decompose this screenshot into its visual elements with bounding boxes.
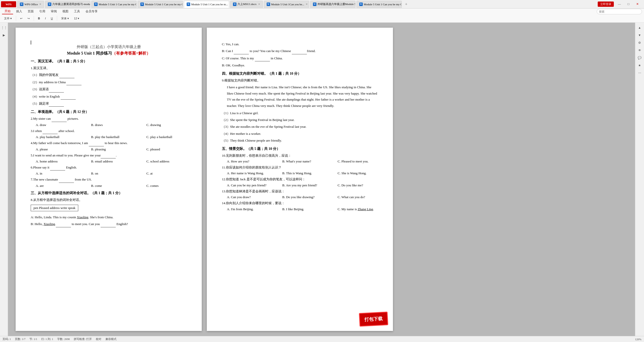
ribbon-btn-undo[interactable]: ↩ xyxy=(18,16,24,21)
blank-2 xyxy=(52,116,67,122)
close-button[interactable]: ✕ xyxy=(634,1,641,8)
q9-item-3: （3）She ate noodles on the eve of the Spr… xyxy=(222,124,378,130)
minimize-button[interactable]: — xyxy=(616,1,623,8)
status-bar: 页码: 1 页数: 1/7 节: 1/1 行: 1 列: 1 字数: 2698 … xyxy=(0,336,644,342)
ribbon-content: 文件 ▾ ↩ ↪ B I U 宋体 ▾ 12 ▾ xyxy=(0,15,644,22)
page-title: 外研版（三起点）小学英语六年级上册 xyxy=(31,45,187,49)
ribbon-tab-member[interactable]: 会员专享 xyxy=(83,9,100,14)
q3-opt-b: B. play the basketball xyxy=(91,135,141,139)
q4-options: A. please B. pleasing C. pleased xyxy=(36,147,187,151)
q12-options: A. Can you be my pen friend? B. Are you … xyxy=(227,183,378,187)
right-tool-7[interactable]: ⋯ xyxy=(637,70,643,76)
new-tab-button[interactable]: + xyxy=(403,1,410,8)
q9-item-4: （4）Her mother is a worker. xyxy=(222,131,378,137)
q13-label: 13.你想知道林涛是不是会画画时，应该说： xyxy=(222,188,378,194)
side-tool-1[interactable]: ⋮⋮ xyxy=(1,25,7,31)
right-tool-2[interactable]: ▼ xyxy=(637,32,643,38)
tab-icon-1: W xyxy=(20,3,23,6)
tab-icon-8: W xyxy=(313,3,316,6)
q4-opt-b: B. pleasing xyxy=(91,147,141,151)
ribbon-tab-insert[interactable]: 插入 xyxy=(14,9,25,14)
tab-3[interactable]: W Module 5 Unit 1 Can you be my C... ✕ xyxy=(91,1,137,8)
blank-3 xyxy=(43,128,58,134)
tab-icon-2: W xyxy=(48,3,51,6)
ribbon-btn-bold[interactable]: B xyxy=(36,16,42,21)
right-panel: ▲ ▼ ⚙ 👁 💬 ★ ⋯ xyxy=(635,23,644,336)
tab-2[interactable]: W 六年级上册英语同步练习-module 5 ✕ xyxy=(45,1,90,8)
ribbon-btn-font[interactable]: 宋体 ▾ xyxy=(59,16,71,21)
tab-close-7[interactable]: ✕ xyxy=(306,3,308,6)
ribbon-tab-page[interactable]: 页面 xyxy=(25,9,36,14)
dialogue-b2: B: Can I to you? You can be my Chinese f… xyxy=(222,48,378,54)
right-tool-6[interactable]: ★ xyxy=(637,62,643,68)
q1-item-3: （3）说英语 xyxy=(31,86,187,92)
blank-1-1 xyxy=(59,72,74,78)
ribbon-btn-underline[interactable]: U xyxy=(49,16,55,21)
tab-7[interactable]: W Module 5 Unit 1Can you be... ✕ xyxy=(264,1,309,8)
q7-opt-c: C. comes xyxy=(146,184,197,188)
ribbon-tab-ref[interactable]: 引用 xyxy=(37,9,48,14)
ribbon-tab-start[interactable]: 开始 xyxy=(2,9,13,14)
page-1: 外研版（三起点）小学英语六年级上册 Module 5 Unit 1 同步练习（有… xyxy=(16,28,202,331)
ribbon-btn-italic[interactable]: I xyxy=(43,16,48,21)
ribbon-separator-1 xyxy=(16,16,16,21)
tab-4[interactable]: W Module 5 Unit 1 Can you be my C... ✕ xyxy=(138,1,183,8)
tab-close-1[interactable]: ✕ xyxy=(39,3,41,6)
tab-6[interactable]: W 六上MSU1.docx ✕ xyxy=(230,1,263,8)
tab-wps-office[interactable]: W WPS Office ✕ xyxy=(17,1,44,8)
tab-9[interactable]: W Module 5 Unit 1 Can you be my C... ✕ xyxy=(356,1,402,8)
section5-title: 五、情景交际。（共 5 题；共 10 分） xyxy=(222,147,378,151)
blank-7 xyxy=(59,177,74,183)
right-tool-1[interactable]: ▲ xyxy=(637,25,643,31)
q10-label: 10.见到新朋友时，你想表示自己很高兴，应说： xyxy=(222,153,378,158)
status-page: 页码: 1 xyxy=(3,337,11,341)
ribbon-btn-file[interactable]: 文件 ▾ xyxy=(2,16,14,21)
q1-item-5: （5）踢足球 xyxy=(31,101,187,107)
subtitle-red: （有参考答案+解析） xyxy=(112,51,150,55)
q13-options: A. Can you draw? B. Do you like drawing?… xyxy=(227,195,378,199)
q14-opt-c: C. My name is Zhang Ling. xyxy=(338,207,388,211)
dialogue-c2: C: Of course. This is my in China. xyxy=(222,55,378,61)
tab-8[interactable]: W 外研版高选六年级上册Module 5 分... ✕ xyxy=(310,1,355,8)
status-word-count: 字数: 2698 xyxy=(57,337,70,341)
q7-label: 7.The new classmate from the US. xyxy=(31,177,187,183)
page-2: C: Yes, I can. B: Can I to you? You can … xyxy=(207,28,393,331)
tab-close-6[interactable]: ✕ xyxy=(258,3,260,6)
q3-label: 3.I often after school. xyxy=(31,128,187,134)
q6-opt-b: B. on xyxy=(91,172,141,176)
q14-opt-a: A. I'm from Beijing. xyxy=(227,207,277,211)
q14-opt-b: B. I like Beijing. xyxy=(282,207,333,211)
ribbon-tab-tools[interactable]: 工具 xyxy=(71,9,83,14)
subtitle-black: Module 5 Unit 1 同步练习 xyxy=(67,51,112,55)
side-tool-2[interactable]: ▶ xyxy=(1,32,7,38)
status-position: 行: 1 列: 1 xyxy=(41,337,53,341)
tab-5-active[interactable]: W Module 5 Unit 1 Can you be m... ✕ xyxy=(184,1,229,8)
passage: I have a good friend. Her name is Lisa. … xyxy=(227,84,378,109)
tab-icon-3: W xyxy=(94,3,98,6)
ribbon-tab-view[interactable]: 视图 xyxy=(60,9,71,14)
q12-label: 12.你想知道 Jack 是不是可以成为你的笔友，可以这样问： xyxy=(222,176,378,182)
tab-icon-7: W xyxy=(267,3,270,6)
q10-options: A. How are you? B. What's your name? C. … xyxy=(227,159,378,163)
login-button[interactable]: 立即登录 xyxy=(598,2,614,7)
doc-area: 外研版（三起点）小学英语六年级上册 Module 5 Unit 1 同步练习（有… xyxy=(8,23,635,336)
q13-opt-c: C. What can you do? xyxy=(338,195,388,199)
blank-1-3 xyxy=(49,86,64,92)
q13-opt-a: A. Can you draw? xyxy=(227,195,277,199)
download-badge[interactable]: 打包下载 xyxy=(359,312,388,327)
q2-options: A. draw B. draws C. drawing xyxy=(36,123,187,127)
right-tool-4[interactable]: 👁 xyxy=(637,47,643,53)
underline-xiaoling-1: Xiaoling xyxy=(77,215,89,219)
blank-8-5 xyxy=(255,55,270,61)
maximize-button[interactable]: □ xyxy=(625,1,632,8)
right-tool-5[interactable]: 💬 xyxy=(637,55,643,61)
ribbon-btn-redo[interactable]: ↪ xyxy=(25,16,32,21)
word-box: pen Pleased address write speak xyxy=(31,205,78,211)
q10-opt-c: C. Pleased to meet you. xyxy=(338,159,388,163)
q7-options: A. are B. come C. comes xyxy=(36,184,187,188)
search-input[interactable] xyxy=(597,9,642,14)
ribbon-tab-review[interactable]: 审阅 xyxy=(48,9,59,14)
ribbon-btn-size[interactable]: 12 ▾ xyxy=(72,16,81,21)
right-tool-3[interactable]: ⚙ xyxy=(637,40,643,46)
status-cursor: 节: 1/1 xyxy=(29,337,37,341)
